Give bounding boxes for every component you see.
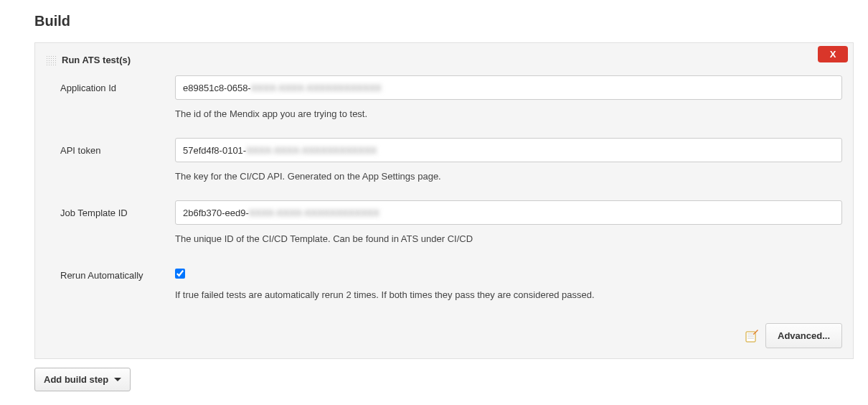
api-token-value-blurred: XXXX-XXXX-XXXXXXXXXXXX xyxy=(246,145,377,156)
rerun-automatically-help: If true failed tests are automatically r… xyxy=(175,281,842,315)
chevron-down-icon xyxy=(114,378,121,381)
api-token-input[interactable]: 57efd4f8-0101-XXXX-XXXX-XXXXXXXXXXXX xyxy=(175,138,842,162)
api-token-label: API token xyxy=(60,138,175,156)
api-token-value-visible: 57efd4f8-0101- xyxy=(183,145,246,156)
build-step-run-ats: X Run ATS test(s) Application Id e89851c… xyxy=(34,42,854,359)
advanced-button[interactable]: Advanced... xyxy=(765,323,842,348)
job-template-id-help: The unique ID of the CI/CD Template. Can… xyxy=(175,225,842,259)
form-row-rerun-automatically: Rerun Automatically If true failed tests… xyxy=(46,263,842,315)
rerun-automatically-checkbox[interactable] xyxy=(175,269,185,279)
job-template-id-label: Job Template ID xyxy=(60,200,175,218)
job-template-id-value-blurred: XXXX-XXXX-XXXXXXXXXXXX xyxy=(249,208,379,218)
advanced-row: Advanced... xyxy=(745,323,842,348)
close-button[interactable]: X xyxy=(818,46,848,62)
application-id-help: The id of the Mendix app you are trying … xyxy=(175,100,842,134)
api-token-help: The key for the CI/CD API. Generated on … xyxy=(175,162,842,196)
application-id-label: Application Id xyxy=(60,75,175,93)
add-build-step-button[interactable]: Add build step xyxy=(34,368,131,391)
application-id-input[interactable]: e89851c8-0658-XXXX-XXXX-XXXXXXXXXXXX xyxy=(175,75,842,100)
form-row-api-token: API token 57efd4f8-0101-XXXX-XXXX-XXXXXX… xyxy=(46,138,842,196)
form-row-application-id: Application Id e89851c8-0658-XXXX-XXXX-X… xyxy=(46,75,842,134)
notepad-icon xyxy=(745,330,758,343)
add-build-step-label: Add build step xyxy=(44,374,108,385)
step-title: Run ATS test(s) xyxy=(62,55,131,65)
application-id-value-visible: e89851c8-0658- xyxy=(183,83,251,93)
drag-handle-icon[interactable] xyxy=(46,55,56,65)
job-template-id-input[interactable]: 2b6fb370-eed9-XXXX-XXXX-XXXXXXXXXXXX xyxy=(175,200,842,225)
form-row-job-template-id: Job Template ID 2b6fb370-eed9-XXXX-XXXX-… xyxy=(46,200,842,259)
rerun-automatically-label: Rerun Automatically xyxy=(60,263,175,281)
job-template-id-value-visible: 2b6fb370-eed9- xyxy=(183,208,249,218)
step-header: Run ATS test(s) xyxy=(46,50,842,75)
application-id-value-blurred: XXXX-XXXX-XXXXXXXXXXXX xyxy=(251,83,382,93)
section-title: Build xyxy=(14,0,854,42)
